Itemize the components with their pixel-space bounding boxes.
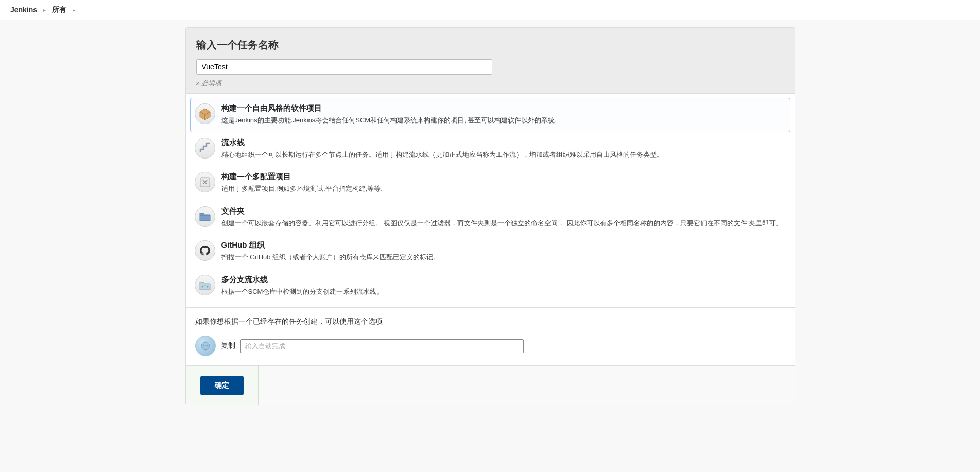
required-hint: » 必填项 (196, 79, 784, 88)
header-section: 输入一个任务名称 » 必填项 (186, 28, 795, 93)
job-type-title: 构建一个多配置项目 (221, 172, 786, 182)
package-icon (195, 103, 215, 124)
job-type-desc: 这是Jenkins的主要功能.Jenkins将会结合任何SCM和任何构建系统来构… (221, 115, 786, 126)
page-wrapper: 输入一个任务名称 » 必填项 构建一个自由风格的软件项目 这是Jenkins的主… (0, 20, 980, 472)
job-type-desc: 根据一个SCM仓库中检测到的分支创建一系列流水线。 (221, 287, 786, 297)
multibranch-icon (195, 275, 215, 295)
job-type-title: 构建一个自由风格的软件项目 (221, 103, 786, 113)
copy-from-input[interactable] (240, 339, 524, 353)
job-type-freestyle[interactable]: 构建一个自由风格的软件项目 这是Jenkins的主要功能.Jenkins将会结合… (190, 98, 790, 132)
job-type-pipeline[interactable]: 流水线 精心地组织一个可以长期运行在多个节点上的任务。适用于构建流水线（更加正式… (190, 132, 790, 167)
job-type-desc: 精心地组织一个可以长期运行在多个节点上的任务。适用于构建流水线（更加正式地应当称… (221, 150, 786, 160)
ok-button[interactable]: 确定 (200, 376, 244, 395)
chevron-right-icon: ▸ (73, 7, 75, 13)
job-type-title: 文件夹 (221, 206, 786, 216)
job-type-list: 构建一个自由风格的软件项目 这是Jenkins的主要功能.Jenkins将会结合… (186, 93, 795, 308)
breadcrumb-link-all[interactable]: 所有 (52, 5, 66, 14)
job-type-github-org[interactable]: GitHub 组织 扫描一个 GitHub 组织（或者个人账户）的所有仓库来匹配… (190, 235, 790, 269)
job-type-title: GitHub 组织 (221, 240, 786, 250)
page-title: 输入一个任务名称 (196, 38, 784, 52)
folder-icon (195, 206, 215, 227)
chevron-right-icon: ▸ (43, 7, 46, 13)
copy-globe-icon (195, 336, 216, 356)
job-type-desc: 适用于多配置项目,例如多环境测试,平台指定构建,等等. (221, 184, 786, 194)
breadcrumb: Jenkins ▸ 所有 ▸ (0, 0, 980, 20)
footer-section: 确定 (186, 365, 795, 405)
copy-label: 复制 (221, 341, 235, 351)
breadcrumb-link-jenkins[interactable]: Jenkins (10, 6, 37, 14)
github-icon (195, 240, 215, 261)
job-type-title: 多分支流水线 (221, 275, 786, 285)
multiconfig-icon (195, 172, 215, 192)
copy-from-section: 如果你想根据一个已经存在的任务创建，可以使用这个选项 复制 (186, 308, 795, 365)
item-name-input[interactable] (196, 59, 492, 75)
job-type-multiconfig[interactable]: 构建一个多配置项目 适用于多配置项目,例如多环境测试,平台指定构建,等等. (190, 166, 790, 201)
job-type-multibranch[interactable]: 多分支流水线 根据一个SCM仓库中检测到的分支创建一系列流水线。 (190, 269, 790, 304)
copy-section-title: 如果你想根据一个已经存在的任务创建，可以使用这个选项 (195, 317, 785, 326)
job-type-desc: 扫描一个 GitHub 组织（或者个人账户）的所有仓库来匹配已定义的标记。 (221, 252, 786, 262)
pipeline-icon (195, 138, 215, 159)
job-type-desc: 创建一个可以嵌套存储的容器。利用它可以进行分组。 视图仅仅是一个过滤器，而文件夹… (221, 218, 786, 229)
job-type-folder[interactable]: 文件夹 创建一个可以嵌套存储的容器。利用它可以进行分组。 视图仅仅是一个过滤器，… (190, 201, 790, 235)
new-item-panel: 输入一个任务名称 » 必填项 构建一个自由风格的软件项目 这是Jenkins的主… (185, 27, 795, 405)
job-type-title: 流水线 (221, 138, 786, 148)
